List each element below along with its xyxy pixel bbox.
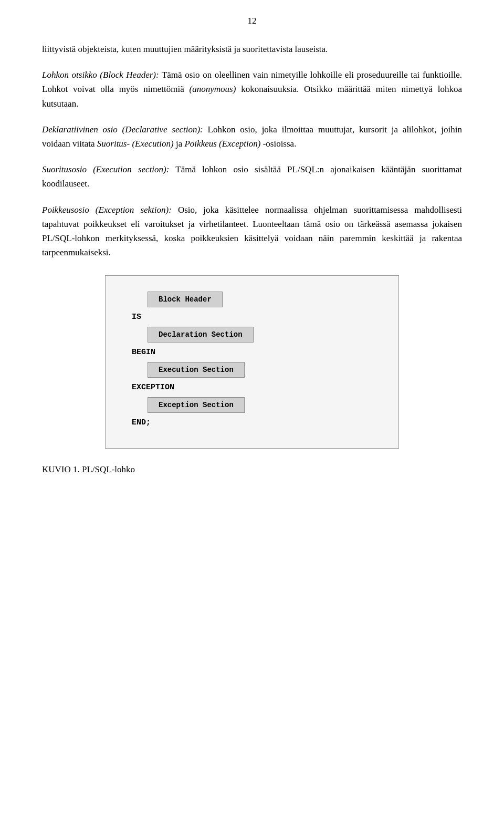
block-header-box: Block Header [148, 292, 223, 307]
p4-part1: Suoritusosio (Execution section): [42, 164, 169, 174]
paragraph-3: Deklaratiivinen osio (Declarative sectio… [42, 122, 462, 151]
paragraph-2: Lohkon otsikko (Block Header): Tämä osio… [42, 68, 462, 111]
diagram-row-exception-section: Exception Section [127, 397, 377, 413]
diagram-row-is: IS [127, 313, 377, 321]
p3-part6: -osioissa. [263, 139, 297, 149]
p3-part3: Suoritus- (Execution) [97, 139, 174, 149]
paragraph-4: Suoritusosio (Execution section): Tämä l… [42, 162, 462, 191]
paragraph-1: liittyvistä objekteista, kuten muuttujie… [42, 42, 462, 56]
diagram-row-exception: EXCEPTION [127, 383, 377, 392]
p2-part1: Lohkon otsikko (Block Header): [42, 70, 159, 80]
diagram-row-declaration: Declaration Section [127, 327, 377, 343]
begin-label: BEGIN [127, 348, 155, 357]
end-label: END; [127, 418, 151, 427]
exception-label: EXCEPTION [127, 383, 174, 392]
diagram-row-execution: Execution Section [127, 362, 377, 378]
p3-part4: ja [176, 139, 185, 149]
diagram-row-begin: BEGIN [127, 348, 377, 357]
diagram-row-block-header: Block Header [127, 292, 377, 307]
paragraph-5: Poikkeusosio (Exception sektion): Osio, … [42, 203, 462, 260]
diagram: Block Header IS Declaration Section BEGI… [105, 275, 399, 449]
is-label: IS [127, 313, 141, 321]
figure-caption: KUVIO 1. PL/SQL-lohko [42, 464, 462, 475]
execution-section-box: Execution Section [148, 362, 245, 378]
declaration-section-box: Declaration Section [148, 327, 254, 343]
exception-section-box: Exception Section [148, 397, 245, 413]
caption-text: KUVIO 1. PL/SQL-lohko [42, 464, 135, 474]
diagram-row-end: END; [127, 418, 377, 427]
p3-part5: Poikkeus (Exception) [184, 139, 260, 149]
page-number: 12 [42, 16, 462, 26]
paragraph-1-text: liittyvistä objekteista, kuten muuttujie… [42, 44, 328, 54]
p2-part3: (anonymous) [190, 84, 236, 94]
p5-part1: Poikkeusosio (Exception sektion): [42, 205, 172, 215]
p3-part1: Deklaratiivinen osio (Declarative sectio… [42, 124, 203, 134]
